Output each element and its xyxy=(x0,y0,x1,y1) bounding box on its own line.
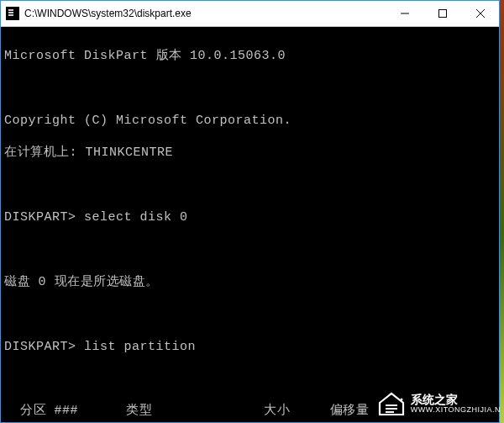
maximize-button[interactable] xyxy=(423,1,461,26)
result-line: 磁盘 0 现在是所选磁盘。 xyxy=(4,274,496,290)
blank-line xyxy=(4,306,496,322)
svg-rect-4 xyxy=(386,404,397,406)
window-controls xyxy=(386,1,499,26)
col-offset: 偏移量 xyxy=(330,404,370,418)
watermark-text-block: 系统之家 WWW.XITONGZHIJIA.N xyxy=(411,394,501,414)
col-partition: 分区 ### xyxy=(20,404,78,418)
minimize-icon xyxy=(401,9,409,18)
watermark-title: 系统之家 xyxy=(411,394,501,405)
watermark-url: WWW.XITONGZHIJIA.N xyxy=(411,405,501,414)
blank-line xyxy=(4,177,496,193)
prompt-line-1: DISKPART> select disk 0 xyxy=(4,209,496,225)
console-window: C:\WINDOWS\system32\diskpart.exe Microso… xyxy=(0,0,500,423)
close-button[interactable] xyxy=(461,1,499,26)
house-icon xyxy=(377,391,406,416)
svg-rect-5 xyxy=(386,408,397,410)
watermark: 系统之家 WWW.XITONGZHIJIA.N xyxy=(377,391,501,416)
blank-line xyxy=(4,241,496,257)
prompt: DISKPART> xyxy=(4,210,76,225)
titlebar[interactable]: C:\WINDOWS\system32\diskpart.exe xyxy=(1,1,499,27)
terminal-output[interactable]: Microsoft DiskPart 版本 10.0.15063.0 Copyr… xyxy=(1,27,499,423)
prompt-line-2: DISKPART> list partition xyxy=(4,339,496,355)
svg-rect-1 xyxy=(438,10,446,18)
banner-line: Microsoft DiskPart 版本 10.0.15063.0 xyxy=(4,48,496,64)
blank-line xyxy=(4,81,496,97)
col-type: 类型 xyxy=(126,404,152,418)
prompt: DISKPART> xyxy=(4,340,76,354)
computer-line: 在计算机上: THINKCENTRE xyxy=(4,145,496,161)
svg-rect-6 xyxy=(386,411,394,413)
command-text: list partition xyxy=(84,340,196,354)
svg-point-7 xyxy=(400,399,402,401)
close-icon xyxy=(476,9,485,18)
minimize-button[interactable] xyxy=(386,1,423,26)
command-text: select disk 0 xyxy=(84,210,188,225)
copyright-line: Copyright (C) Microsoft Corporation. xyxy=(4,113,496,129)
blank-line xyxy=(4,371,496,387)
app-icon xyxy=(6,7,19,20)
maximize-icon xyxy=(438,9,447,18)
window-title: C:\WINDOWS\system32\diskpart.exe xyxy=(24,8,386,19)
col-size: 大小 xyxy=(264,404,290,418)
